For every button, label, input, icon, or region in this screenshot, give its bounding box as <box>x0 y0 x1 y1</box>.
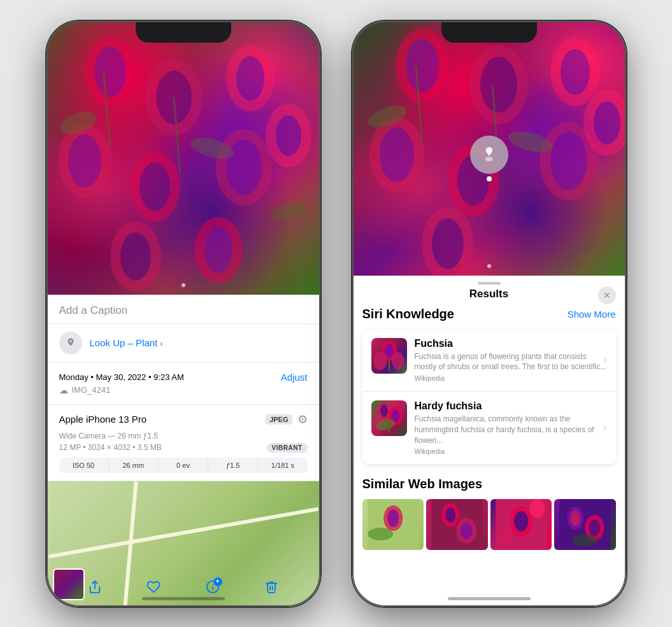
svg-point-17 <box>204 227 232 273</box>
hardy-thumbnail <box>371 400 407 436</box>
exif-shutter: 1/181 s <box>258 458 307 473</box>
fuchsia-name: Fuchsia <box>415 338 607 349</box>
similar-image-3[interactable] <box>490 499 552 550</box>
siri-icon-circle[interactable] <box>470 136 508 174</box>
similar-image-2[interactable] <box>426 499 488 550</box>
exif-iso: ISO 50 <box>59 458 109 473</box>
svg-point-13 <box>276 115 301 156</box>
info-badge: ✦ <box>213 577 222 586</box>
close-button[interactable]: ✕ <box>598 286 616 304</box>
hardy-desc: Fuchsia magellanica, commonly known as t… <box>415 414 607 446</box>
info-button[interactable]: ✦ <box>206 580 220 594</box>
right-home-indicator <box>448 597 531 600</box>
delete-button[interactable] <box>264 580 278 594</box>
exif-row: ISO 50 26 mm 0 ev ƒ1.5 1/181 s <box>59 458 308 473</box>
similar-image-1[interactable] <box>362 499 424 550</box>
knowledge-item-fuchsia[interactable]: Fuchsia Fuchsia is a genus of flowering … <box>362 329 616 392</box>
sheet-handle[interactable] <box>478 282 501 285</box>
svg-point-30 <box>561 49 590 95</box>
fuchsia-thumbnail <box>371 338 407 374</box>
lookup-section[interactable]: Look Up – Plant› <box>46 324 320 363</box>
jpeg-badge: JPEG <box>266 414 292 425</box>
hardy-name: Hardy fuchsia <box>415 400 607 412</box>
svg-point-61 <box>461 523 472 539</box>
image-name: IMG_4241 <box>72 385 111 395</box>
svg-point-7 <box>68 134 101 188</box>
svg-point-45 <box>385 344 394 358</box>
cloud-icon: ☁ <box>59 385 68 395</box>
svg-point-46 <box>374 352 387 370</box>
svg-point-1 <box>94 46 126 97</box>
svg-point-26 <box>406 39 439 92</box>
lookup-icon <box>59 332 82 355</box>
siri-knowledge-title: Siri Knowledge <box>362 307 454 321</box>
exif-aperture: ƒ1.5 <box>208 458 258 473</box>
svg-point-55 <box>387 509 399 527</box>
camera-section: Apple iPhone 13 Pro JPEG ⚙ Wide Camera —… <box>46 405 320 481</box>
caption-area[interactable]: Add a Caption <box>46 295 320 324</box>
svg-point-28 <box>480 57 517 113</box>
metadata-section: Monday • May 30, 2022 • 9:23 AM Adjust ☁… <box>46 363 320 405</box>
similar-image-4[interactable] <box>554 499 616 550</box>
svg-point-21 <box>69 340 71 342</box>
hardy-info: Hardy fuchsia Fuchsia magellanica, commo… <box>415 400 607 455</box>
siri-knowledge-header: Siri Knowledge Show More <box>362 307 616 321</box>
fuchsia-info: Fuchsia Fuchsia is a genus of flowering … <box>415 338 607 383</box>
knowledge-card: Fuchsia Fuchsia is a genus of flowering … <box>362 329 616 465</box>
svg-point-11 <box>226 139 262 195</box>
svg-point-32 <box>380 127 414 182</box>
left-screen: Add a Caption Look Up – Plant› <box>46 21 320 607</box>
phones-container: Add a Caption Look Up – Plant› <box>46 21 626 607</box>
bottom-toolbar: ✦ <box>46 580 320 594</box>
svg-point-20 <box>268 201 308 222</box>
svg-point-65 <box>497 528 513 547</box>
results-sheet: Results ✕ Siri Knowledge Show More <box>352 276 626 607</box>
sheet-header: Results ✕ <box>352 288 626 307</box>
left-phone: Add a Caption Look Up – Plant› <box>46 21 320 607</box>
share-button[interactable] <box>88 580 102 594</box>
svg-point-49 <box>380 404 388 417</box>
camera-model: Apple iPhone 13 Pro <box>59 414 147 425</box>
right-screen: Results ✕ Siri Knowledge Show More <box>352 21 626 607</box>
fuchsia-source: Wikipedia <box>415 374 607 382</box>
svg-point-59 <box>445 507 455 523</box>
siri-dot <box>487 176 492 181</box>
camera-detail: Wide Camera — 26 mm ƒ1.5 <box>59 432 308 440</box>
caption-placeholder: Add a Caption <box>59 304 128 316</box>
svg-point-72 <box>572 534 597 547</box>
vibrant-badge: VIBRANT <box>267 443 308 453</box>
knowledge-item-hardy[interactable]: Hardy fuchsia Fuchsia magellanica, commo… <box>362 391 616 464</box>
svg-point-56 <box>368 528 393 540</box>
favorite-button[interactable] <box>147 580 161 594</box>
svg-point-38 <box>594 101 620 144</box>
svg-point-5 <box>236 56 264 101</box>
svg-point-43 <box>485 157 493 161</box>
adjust-button[interactable]: Adjust <box>281 372 308 383</box>
photo-main[interactable] <box>46 21 320 295</box>
similar-title: Similar Web Images <box>362 477 616 491</box>
fuchsia-desc: Fuchsia is a genus of flowering plants t… <box>415 351 607 373</box>
notch <box>136 21 231 43</box>
similar-section: Similar Web Images <box>362 477 616 550</box>
svg-point-36 <box>550 132 587 190</box>
page-indicator <box>182 283 185 287</box>
sheet-title: Results <box>469 288 508 300</box>
exif-ev: 0 ev <box>159 458 208 473</box>
svg-point-66 <box>529 499 545 518</box>
show-more-button[interactable]: Show More <box>568 309 616 320</box>
date-text: Monday • May 30, 2022 • 9:23 AM <box>59 372 184 382</box>
map-road <box>48 507 318 559</box>
svg-point-9 <box>139 162 170 211</box>
svg-point-15 <box>120 232 151 281</box>
lookup-text: Look Up – Plant› <box>90 337 163 348</box>
camera-settings-icon: ⚙ <box>297 412 308 426</box>
sheet-content: Siri Knowledge Show More <box>352 307 626 607</box>
right-photo-main[interactable] <box>352 21 626 276</box>
similar-images-row <box>362 499 616 550</box>
svg-point-69 <box>570 511 580 526</box>
svg-point-47 <box>392 352 404 370</box>
svg-point-71 <box>589 519 600 536</box>
fuchsia-chevron: › <box>603 354 606 365</box>
right-page-indicator <box>487 264 491 268</box>
svg-point-64 <box>514 511 528 532</box>
